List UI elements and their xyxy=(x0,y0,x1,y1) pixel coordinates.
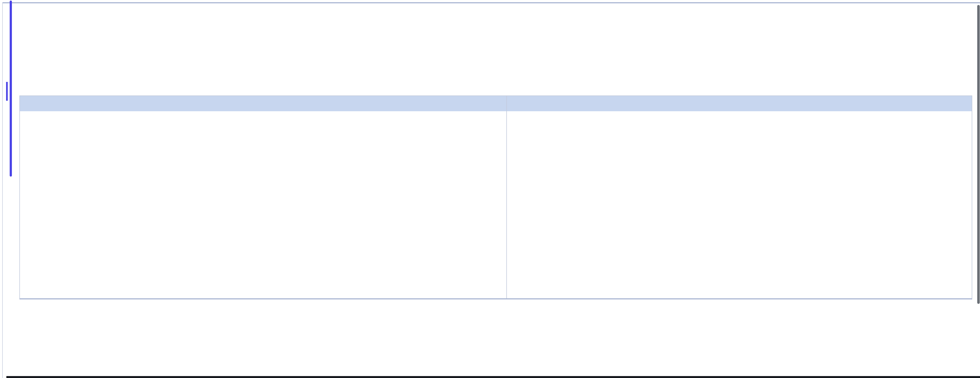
timeline-branch-line xyxy=(6,82,8,101)
detail-panel-body xyxy=(507,111,972,113)
event-timeline xyxy=(0,0,19,194)
timeline-main-line xyxy=(10,0,12,177)
detail-panel-header xyxy=(507,96,972,111)
event-detail-panel-6 xyxy=(507,96,972,298)
next-section-divider xyxy=(6,376,980,378)
top-divider xyxy=(2,2,980,3)
event-detail-panel-5 xyxy=(20,96,506,298)
detail-panel-header xyxy=(20,96,506,111)
workflow-history-view xyxy=(0,0,980,378)
event-detail-panels xyxy=(19,96,972,300)
detail-panel-body xyxy=(20,111,506,113)
scrollbar[interactable] xyxy=(977,5,980,304)
